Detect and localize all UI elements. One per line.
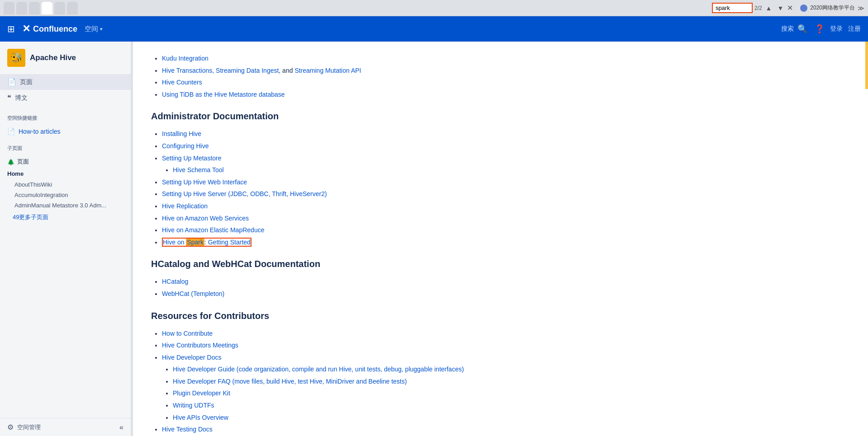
browser-tab-6[interactable] [67, 2, 78, 14]
external-more-icon[interactable]: ≫ [858, 5, 864, 12]
sidebar-footer[interactable]: ⚙ 空间管理 « [0, 418, 131, 436]
sidebar-home-label: Home [7, 170, 24, 177]
find-input[interactable]: spark [712, 3, 753, 13]
list-item: Hive Transactions, Streaming Data Ingest… [162, 65, 850, 77]
sidebar-nav-pages[interactable]: 📄 页面 [0, 74, 131, 90]
grid-icon[interactable]: ⊞ [7, 23, 15, 34]
find-next-button[interactable]: ▼ [775, 4, 785, 13]
sidebar-aboutwiki-label: AboutThisWiki [14, 181, 52, 188]
contributors-title: Resources for Contributors [151, 311, 850, 321]
list-item: Hive Replication [162, 200, 850, 212]
find-counter: 2/2 [754, 5, 762, 11]
nav-space-label: 空间 [85, 25, 98, 33]
tree-pages-label: 页面 [17, 158, 29, 166]
list-item: Hive Developer FAQ (move files, build Hi… [173, 375, 850, 388]
sidebar-more-link[interactable]: 49更多子页面 [0, 211, 131, 224]
sidebar-subpages: 🌲 页面 Home AboutThisWiki AccumuloIntegrat… [0, 154, 131, 226]
admin-docs-title: Administrator Documentation [151, 111, 850, 122]
sidebar: 🐝 Apache Hive 📄 页面 ❝ 博文 空间快捷链接 📄 How-to … [0, 42, 131, 436]
login-button[interactable]: 登录 [830, 25, 843, 33]
find-prev-button[interactable]: ▲ [764, 4, 774, 13]
list-item: Hive Schema Tool [173, 164, 850, 176]
list-item: Hive Developer Guide (code organization,… [173, 363, 850, 375]
list-item: Hive APIs Overview [173, 412, 850, 424]
setting-up-web-interface-link[interactable]: Setting Up Hive Web Interface [162, 178, 247, 186]
highlight-bar [865, 42, 868, 436]
configuring-hive-link[interactable]: Configuring Hive [162, 142, 209, 150]
nav-search-area: 搜索 🔍 [781, 24, 807, 34]
hive-developer-docs-link[interactable]: Hive Developer Docs [162, 354, 222, 361]
sidebar-aboutwiki-item[interactable]: AboutThisWiki [0, 179, 131, 190]
help-icon[interactable]: ❓ [815, 24, 825, 34]
nav-actions: ❓ 登录 注册 [815, 24, 861, 34]
hive-aws-link[interactable]: Hive on Amazon Web Services [162, 215, 249, 222]
hive-testing-docs-link[interactable]: Hive Testing Docs [162, 426, 213, 433]
hive-elastic-mapreduce-link[interactable]: Hive on Amazon Elastic MapReduce [162, 226, 264, 234]
hive-developer-faq-link[interactable]: Hive Developer FAQ (move files, build Hi… [173, 378, 407, 385]
sidebar-home-item[interactable]: Home [0, 168, 131, 179]
list-item: Hive Developer Docs Hive Developer Guide… [162, 352, 850, 424]
browser-tab-2[interactable] [16, 2, 27, 14]
hive-contributors-meetings-link[interactable]: Hive Contributors Meetings [162, 342, 238, 349]
sidebar-blog-label: 博文 [15, 94, 28, 102]
tidb-link[interactable]: Using TiDB as the Hive Metastore databas… [162, 91, 285, 98]
writing-udtfs-link[interactable]: Writing UDTFs [173, 402, 214, 409]
confluence-x-icon: ✕ [22, 23, 30, 35]
confluence-app-name: Confluence [33, 24, 77, 34]
blog-icon: ❝ [7, 94, 11, 102]
list-item: Hive on Amazon Web Services [162, 212, 850, 225]
how-to-contribute-link[interactable]: How to Contribute [162, 330, 213, 337]
hive-apis-overview-link[interactable]: Hive APIs Overview [173, 414, 228, 421]
streaming-mutation-link[interactable]: Streaming Mutation API [294, 67, 361, 74]
list-item: How to Contribute [162, 328, 850, 340]
tree-icon: 🌲 [7, 159, 14, 165]
browser-tab-3[interactable] [29, 2, 40, 14]
top-links-list: Kudu Integration Hive Transactions, Stre… [151, 52, 850, 100]
admin-docs-section: Administrator Documentation Installing H… [151, 111, 850, 248]
confluence-logo: ✕ Confluence [22, 23, 77, 35]
search-icon[interactable]: 🔍 [797, 24, 807, 34]
installing-hive-link[interactable]: Installing Hive [162, 130, 201, 137]
hive-counters-link[interactable]: Hive Counters [162, 79, 202, 86]
browser-tab-1[interactable] [4, 2, 14, 14]
hcatalog-link[interactable]: HCatalog [162, 278, 188, 285]
list-item: Writing UDTFs [173, 399, 850, 412]
hcatalog-docs-title: HCatalog and WebHCat Documentation [151, 259, 850, 269]
browser-tab-5[interactable] [54, 2, 65, 14]
sidebar-tree-pages[interactable]: 🌲 页面 [0, 155, 131, 168]
sidebar-quicklinks-title: 空间快捷链接 [0, 109, 131, 123]
howto-label: How-to articles [19, 128, 61, 135]
kudu-link[interactable]: Kudu Integration [162, 55, 209, 62]
nav-search-label: 搜索 [781, 25, 794, 33]
sidebar-accumulo-item[interactable]: AccumuloIntegration [0, 190, 131, 200]
sidebar-adminmanual-label: AdminManual Metastore 3.0 Adm... [14, 202, 106, 209]
list-item: Setting Up Metastore Hive Schema Tool [162, 152, 850, 176]
hive-spark-highlight-box: Hive on Spark: Getting Started [162, 238, 251, 247]
sidebar-header: 🐝 Apache Hive [0, 42, 131, 70]
howto-icon: 📄 [7, 128, 15, 135]
hive-schema-tool-link[interactable]: Hive Schema Tool [173, 166, 224, 173]
nav-space-menu[interactable]: 空间 ▾ [85, 25, 103, 33]
find-close-button[interactable]: ✕ [787, 4, 793, 12]
list-item: Setting Up Hive Server (JDBC, ODBC, Thri… [162, 188, 850, 200]
list-item: Setting Up Hive Web Interface [162, 176, 850, 188]
sidebar-howto-link[interactable]: 📄 How-to articles [0, 125, 131, 138]
list-item: HCatalog [162, 276, 850, 288]
browser-tabs [4, 2, 709, 14]
hive-replication-link[interactable]: Hive Replication [162, 202, 208, 210]
hive-spark-link[interactable]: Hive on Spark: Getting Started [163, 239, 251, 246]
sidebar-nav-blog[interactable]: ❝ 博文 [0, 90, 131, 106]
sidebar-collapse-button[interactable]: « [119, 423, 123, 431]
settings-icon: ⚙ [7, 423, 14, 431]
setting-up-metastore-link[interactable]: Setting Up Metastore [162, 155, 222, 162]
browser-tab-4[interactable] [42, 2, 52, 14]
plugin-developer-kit-link[interactable]: Plugin Developer Kit [173, 389, 230, 397]
webhcat-link[interactable]: WebHCat (Templeton) [162, 290, 224, 297]
hive-transactions-link[interactable]: Hive Transactions, Streaming Data Ingest [162, 67, 279, 74]
main-layout: 🐝 Apache Hive 📄 页面 ❝ 博文 空间快捷链接 📄 How-to … [0, 42, 868, 436]
external-site-label: 2020网络教学平台 [810, 4, 855, 12]
setting-up-hive-server-link[interactable]: Setting Up Hive Server (JDBC, ODBC, Thri… [162, 190, 327, 197]
register-button[interactable]: 注册 [848, 25, 861, 33]
sidebar-adminmanual-item[interactable]: AdminManual Metastore 3.0 Adm... [0, 200, 131, 211]
hive-developer-guide-link[interactable]: Hive Developer Guide (code organization,… [173, 366, 464, 373]
